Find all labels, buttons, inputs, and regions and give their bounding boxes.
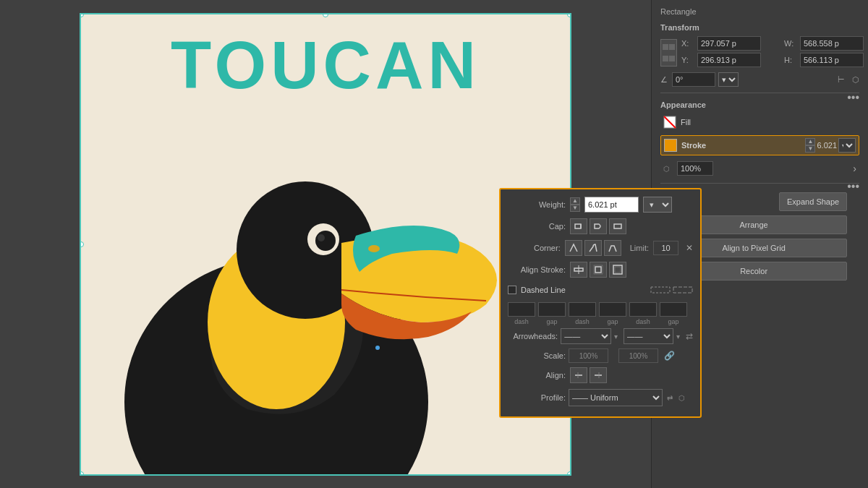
handle-bl[interactable] [80, 471, 84, 476]
arrowhead-swap[interactable]: ⇄ [686, 331, 693, 341]
dashed-checkbox[interactable] [508, 286, 516, 294]
corner-row: Corner: Limit: ✕ [508, 240, 693, 256]
angle-dropdown[interactable]: ▾ [718, 72, 739, 87]
appearance-more-btn[interactable]: ••• [847, 180, 859, 193]
close-btn[interactable]: ✕ [686, 243, 693, 253]
arrowhead-dropdown-2[interactable]: ▾ [676, 333, 680, 341]
stroke-color-swatch[interactable] [664, 139, 677, 152]
svg-point-6 [368, 245, 380, 252]
dash-icon-1[interactable] [650, 283, 671, 296]
align-inside[interactable] [590, 262, 607, 278]
dash-1-label: dash [514, 318, 529, 325]
stroke-value: 6.021 [817, 141, 837, 150]
transform-icon-grid[interactable] [660, 39, 677, 67]
align-sub-end[interactable] [590, 367, 607, 383]
corner-buttons [565, 240, 621, 256]
opacity-row: ⬡ › [660, 160, 859, 177]
cap-butt[interactable] [570, 218, 587, 234]
gap-1-input[interactable] [538, 302, 566, 317]
weight-stepper-popup[interactable]: ▲ ▼ [570, 197, 580, 212]
svg-rect-17 [615, 267, 621, 273]
opacity-icon: ⬡ [663, 165, 670, 173]
stroke-row[interactable]: Stroke ▲ ▼ 6.021 ▾ [660, 135, 859, 155]
weight-input[interactable] [584, 197, 639, 213]
stroke-down[interactable]: ▼ [805, 145, 815, 153]
fill-row[interactable]: Fill [660, 114, 859, 131]
align-outside[interactable] [609, 262, 626, 278]
dashed-line-row: Dashed Line [508, 283, 693, 296]
weight-label: Weight: [508, 200, 566, 209]
arrowhead-start-select[interactable]: —— [561, 328, 610, 344]
svg-rect-20 [673, 287, 692, 293]
align-sub-start[interactable] [570, 367, 587, 383]
profile-select[interactable]: —— Uniform [569, 389, 663, 406]
stroke-label: Stroke [681, 141, 706, 150]
weight-up-popup[interactable]: ▲ [570, 197, 580, 205]
shear-icon: ⊢ [838, 75, 845, 85]
stroke-up[interactable]: ▲ [805, 138, 815, 145]
x-input[interactable] [697, 36, 761, 51]
corner-label: Corner: [508, 244, 561, 252]
angle-input[interactable] [672, 72, 715, 87]
arrowhead-row: Arrowheads: —— ▾ —— ▾ ⇄ [508, 328, 693, 344]
svg-rect-12 [614, 224, 621, 228]
dash-inputs: dash gap dash gap dash gap [508, 302, 693, 325]
svg-point-5 [318, 234, 325, 241]
align-sub-row: Align: [508, 367, 693, 383]
w-input[interactable] [800, 36, 864, 51]
align-stroke-label: Align Stroke: [508, 265, 566, 274]
cap-square[interactable] [609, 218, 626, 234]
handle-br[interactable] [567, 471, 571, 476]
scale-link[interactable]: 🔗 [664, 351, 675, 361]
handle-tl[interactable] [80, 13, 84, 17]
scale-start-input[interactable] [569, 348, 608, 363]
y-input[interactable] [697, 53, 761, 67]
stroke-unit-dropdown[interactable]: ▾ [838, 138, 856, 153]
cap-round[interactable] [590, 218, 607, 234]
stroke-stepper[interactable]: ▲ ▼ [805, 138, 815, 153]
dash-icon-2[interactable] [673, 283, 693, 296]
appearance-section-title: Appearance [660, 100, 859, 109]
opacity-input[interactable] [677, 161, 713, 176]
align-sub-buttons [570, 367, 607, 383]
opacity-more-btn[interactable]: › [853, 163, 856, 174]
gap-2-col: gap [599, 302, 626, 325]
gap-1-label: gap [546, 318, 557, 325]
weight-down-popup[interactable]: ▼ [570, 205, 580, 212]
corner-miter[interactable] [565, 240, 582, 256]
gap-2-input[interactable] [599, 302, 626, 317]
shape-type-label: Rectangle [660, 7, 859, 16]
arrowhead-end-select[interactable]: —— [624, 328, 673, 344]
corner-bevel[interactable] [604, 240, 621, 256]
profile-flip[interactable]: ⇄ [667, 394, 673, 402]
fill-label: Fill [681, 118, 691, 127]
limit-input[interactable] [653, 241, 678, 255]
dash-1-col: dash [508, 302, 535, 325]
x-label: X: [681, 39, 694, 48]
handle-tm[interactable] [323, 13, 328, 17]
svg-point-7 [375, 346, 380, 350]
scale-end-input[interactable] [618, 348, 658, 363]
corner-round[interactable] [584, 240, 602, 256]
dash-2-input[interactable] [569, 302, 596, 317]
handle-ml[interactable] [80, 241, 84, 247]
profile-icon[interactable]: ⬡ [678, 394, 685, 402]
dash-3-input[interactable] [629, 302, 657, 317]
transform-icon-1 [663, 44, 668, 50]
arrowheads-label: Arrowheads: [508, 332, 558, 341]
dash-1-input[interactable] [508, 302, 535, 317]
weight-unit-select[interactable]: ▾ [643, 197, 672, 213]
h-input[interactable] [800, 53, 864, 67]
gap-3-input[interactable] [660, 302, 687, 317]
transform-more-btn[interactable]: ••• [847, 91, 859, 104]
align-sub-label: Align: [508, 371, 566, 380]
align-center[interactable] [570, 262, 587, 278]
angle-icon: ∠ [660, 75, 668, 85]
arrowhead-dropdown-1[interactable]: ▾ [614, 333, 618, 341]
artboard[interactable]: TOUCAN [80, 13, 571, 476]
svg-rect-15 [595, 267, 601, 273]
handle-tr[interactable] [567, 13, 571, 17]
expand-shape-button[interactable]: Expand Shape [779, 192, 847, 211]
limit-label: Limit: [630, 244, 649, 252]
dash-3-label: dash [636, 318, 650, 325]
